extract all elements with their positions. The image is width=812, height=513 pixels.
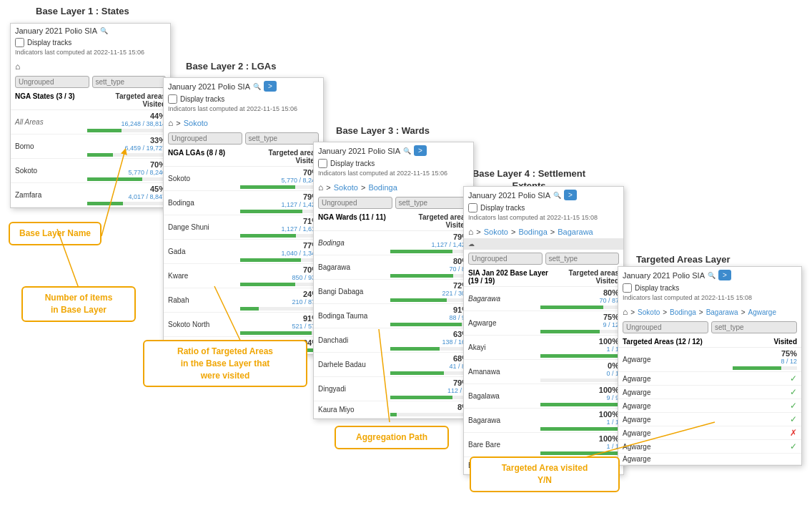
p3-bagarawa-row[interactable]: Bagarawa 80% 70 / 87 <box>314 255 473 280</box>
p3-bangi-row[interactable]: Bangi Dabaga 72% 221 / 309 <box>314 280 473 304</box>
p3-bodingatauma-row[interactable]: Bodinga Tauma 91% 88 / 94 <box>314 304 473 328</box>
panel2-ungrouped-input[interactable] <box>168 132 242 145</box>
panel5-bc-agwarge[interactable]: Agwarge <box>748 308 776 316</box>
panel2-display-tracks-checkbox[interactable] <box>168 94 177 104</box>
panel4-search-row[interactable] <box>464 250 623 268</box>
panel2-row-bodinga[interactable]: Bodinga 79% 1,127 / 1,428 <box>164 191 323 215</box>
panel2-row-sokoto[interactable]: Sokoto 70% 5,770 / 8,240 <box>164 167 323 191</box>
panel1-ungrouped-input[interactable] <box>15 76 89 88</box>
p3-bodinga-row[interactable]: Bodinga 79% 1,127 / 1,428 <box>314 231 473 255</box>
panel3-display-tracks-checkbox[interactable] <box>318 159 327 168</box>
panel1-row-all-pct: 44% <box>87 112 166 120</box>
panel5-btn[interactable]: > <box>718 270 731 280</box>
callout-base-layer-name: Base Layer Name <box>9 222 102 245</box>
panel2-search-row[interactable] <box>164 130 323 147</box>
p4-barebare-row[interactable]: Bare Bare 100% 1 / 1 <box>464 433 623 457</box>
p3-danchadi-row[interactable]: Danchadi 63% 138 / 164 <box>314 328 473 353</box>
p5-agwarge-summary-row[interactable]: Agwarge 75% 8 / 12 <box>618 348 801 372</box>
p4-barebare-stats: 100% 1 / 1 <box>540 434 619 455</box>
panel1-display-tracks-checkbox[interactable] <box>15 38 24 47</box>
panel1-group-label: NGA States (3 / 3) <box>15 92 75 108</box>
panel4-bc-sokoto[interactable]: Sokoto <box>484 228 508 236</box>
p3-darhele-row[interactable]: Darhele Badau 68% 41 / 80 <box>314 353 473 377</box>
panel2-row-gada[interactable]: Gada 77% 1,040 / 1,345 <box>164 240 323 264</box>
p4-bagalawa-pct: 100% <box>540 386 619 394</box>
panel3-computed: Indicators last computed at 2022-11-15 1… <box>314 170 473 180</box>
p3-kauramio-row[interactable]: Kaura Miyo 8% <box>314 401 473 419</box>
panel2-sett-type-input[interactable] <box>245 132 320 145</box>
p3-dingyadi-row[interactable]: Dingyadi 79% 112 / ... <box>314 377 473 401</box>
panel4-bc-bagarawa[interactable]: Bagarawa <box>558 228 593 236</box>
p5-ta-cross-5: ✗ <box>740 428 797 438</box>
p3-bangi-counts: 221 / 309 <box>390 290 469 297</box>
p4-akayi-row[interactable]: Akayi 100% 1 / 1 <box>464 336 623 360</box>
panel1-sett-type-input[interactable] <box>92 76 167 88</box>
p4-bagalawa-stats: 100% 9 / 9 <box>540 386 619 406</box>
panel1-row-zamfara[interactable]: Zamfara 45% 4,017 / 8,847 <box>11 183 170 207</box>
p2-sn-name: Sokoto North <box>168 321 240 328</box>
p3-darhele-name: Darhele Badau <box>318 361 390 368</box>
p3-kauramio-name: Kaura Miyo <box>318 406 390 414</box>
p4-bagarawa2-row[interactable]: Bagarawa 100% 1 / 1 <box>464 409 623 433</box>
p3-bangi-name: Bangi Dabaga <box>318 288 390 295</box>
p5-ta-row-1[interactable]: Agwarge ✓ <box>618 372 801 386</box>
panel2-home-icon <box>168 118 173 128</box>
panel2-campaign-row: January 2021 Polio SIA 🔍 > <box>164 78 323 93</box>
panel2-row-kware[interactable]: Kware 70% 850 / 935 <box>164 264 323 288</box>
panel2-campaign: January 2021 Polio SIA <box>168 82 250 91</box>
panel2-row-dange[interactable]: Dange Shuni 71% 1,127 / 1,612 <box>164 215 323 240</box>
panel5-bc-bodinga[interactable]: Bodinga <box>670 308 696 316</box>
panel2-breadcrumb-sokoto[interactable]: Sokoto <box>184 119 208 127</box>
p2-sn-counts: 521 / 573 <box>240 323 319 330</box>
p3-dingyadi-name: Dingyadi <box>318 385 390 393</box>
p4-amanawa-row[interactable]: Amanawa 0% 0 / 1 <box>464 360 623 384</box>
panel3-col-headers: NGA Wards (11 / 11) Targeted areas Visit… <box>314 212 473 231</box>
panel3-btn[interactable]: > <box>414 145 427 156</box>
p5-ta-row-7[interactable]: Agwarge <box>618 454 801 465</box>
panel4-btn[interactable]: > <box>564 190 577 200</box>
panel2-row-rabah[interactable]: Rabah 24% 210 / 877 <box>164 288 323 313</box>
panel2-search-icon: 🔍 <box>253 83 261 90</box>
panel2-row-sn[interactable]: Sokoto North 91% 521 / 573 <box>164 313 323 337</box>
panel3-ungrouped-input[interactable] <box>318 197 392 209</box>
panel2-btn[interactable]: > <box>264 81 277 92</box>
panel1-row-zamfara-name: Zamfara <box>15 191 87 199</box>
p5-ta-row-3[interactable]: Agwarge ✓ <box>618 399 801 413</box>
panel4-sett-type-input[interactable] <box>545 253 620 265</box>
p4-bagalawa-counts: 9 / 9 <box>540 394 619 401</box>
panel3-sett-type-input[interactable] <box>395 197 470 209</box>
p5-ta-row-5[interactable]: Agwarge ✗ <box>618 426 801 440</box>
panel5-display-tracks-checkbox[interactable] <box>623 283 632 293</box>
panel4-ungrouped-input[interactable] <box>468 253 543 265</box>
panel3-breadcrumb-sokoto[interactable]: Sokoto <box>334 183 358 192</box>
panel4-display-tracks-checkbox[interactable] <box>468 203 477 212</box>
panel3-search-row[interactable] <box>314 194 473 212</box>
p2-bodinga-stats: 79% 1,127 / 1,428 <box>240 192 319 213</box>
p4-bagalawa-row[interactable]: Bagalawa 100% 9 / 9 <box>464 384 623 409</box>
p4-agwarge-row[interactable]: Agwarge 75% 9 / 12 <box>464 311 623 336</box>
p4-barebare-counts: 1 / 1 <box>540 443 619 450</box>
panel1-row-all-name: All Areas <box>15 118 87 126</box>
panel1-row-sokoto-stats: 70% 5,770 / 8,240 <box>87 160 166 181</box>
p5-ta-row-4[interactable]: Agwarge ✓ <box>618 413 801 426</box>
callout-ratio: Ratio of Targeted Areas in the Base Laye… <box>143 340 307 387</box>
panel1-row-borno[interactable]: Borno 33% 6,459 / 19,727 <box>11 135 170 159</box>
p2-dange-pct: 71% <box>240 217 319 225</box>
panel5-bc-sokoto[interactable]: Sokoto <box>638 308 660 316</box>
panel2-display-tracks-label: Display tracks <box>180 95 224 103</box>
panel5-bc-bagarawa[interactable]: Bagarawa <box>706 308 738 316</box>
panel5-ungrouped-input[interactable] <box>623 321 708 333</box>
panel1-row-sokoto-counts: 5,770 / 8,240 <box>87 169 166 176</box>
panel1-row-sokoto[interactable]: Sokoto 70% 5,770 / 8,240 <box>11 159 170 183</box>
panel3-breadcrumb-bodinga[interactable]: Bodinga <box>368 183 397 192</box>
panel4-bc-bodinga[interactable]: Bodinga <box>518 228 547 236</box>
p4-bagarawa-row[interactable]: Bagarawa 80% 70 / 87 <box>464 287 623 311</box>
p5-ta-row-6[interactable]: Agwarge ✓ <box>618 440 801 454</box>
panel1-search-row[interactable] <box>11 73 170 91</box>
panel1-row-all[interactable]: All Areas 44% 16,248 / 38,814 <box>11 110 170 135</box>
panel5-sett-type-input[interactable] <box>711 321 797 333</box>
panel5-search-row[interactable] <box>618 318 801 336</box>
panel2-body: Sokoto 70% 5,770 / 8,240 Bodinga 79% 1,1… <box>164 167 323 354</box>
panel4-checkbox-row: Display tracks <box>464 202 623 214</box>
p5-ta-row-2[interactable]: Agwarge ✓ <box>618 386 801 399</box>
